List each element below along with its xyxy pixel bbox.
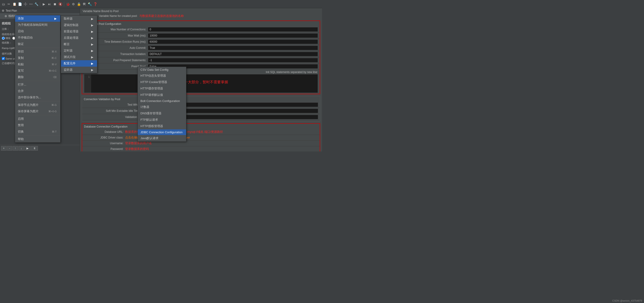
submenu-test-fragment-label: 测试片段: [64, 55, 76, 59]
menu-item-save-screen-label: 保存屏幕为图片: [18, 109, 38, 113]
submenu-bolt-connection[interactable]: Bolt Connection Configuration: [138, 98, 186, 104]
toolbar-icon-stop[interactable]: ⏹: [52, 1, 57, 6]
action-radio-continue[interactable]: 继续: [2, 36, 10, 40]
menu-item-paste[interactable]: 粘贴 ⌘-V: [15, 61, 60, 67]
menu-item-save-screen[interactable]: 保存屏幕为图片 ⌘+0-G: [15, 108, 60, 115]
toolbar-icon-run[interactable]: ▶: [41, 1, 46, 6]
toolbar-icon-remove[interactable]: ➖: [28, 1, 33, 6]
thread-group-icon: ⚙: [4, 14, 7, 18]
menu-item-open[interactable]: 打开...: [15, 81, 60, 88]
menu-item-delete-label: 删除: [18, 75, 24, 79]
menu-item-enable[interactable]: 启用: [15, 116, 60, 122]
pool-prepared-input[interactable]: [148, 58, 318, 62]
toolbar-icon-config[interactable]: ⚙: [71, 1, 76, 6]
toolbar-icon-cut[interactable]: ✂: [6, 1, 12, 6]
menu-item-add[interactable]: 添加 ▶: [15, 15, 60, 22]
submenu-timer[interactable]: 定时器 ▶: [61, 47, 97, 54]
submenu-java-defaults[interactable]: Java默认请求: [138, 135, 186, 141]
pool-max-wait-input[interactable]: [148, 33, 318, 38]
submenu-sampler[interactable]: 取样器 ▶: [61, 15, 97, 22]
menu-item-save-node[interactable]: 保存节点为图片 ⌘-G: [15, 102, 60, 108]
sql-content-area[interactable]: 这一大部分，暂时不需要掌握: [91, 74, 318, 93]
menu-item-disable[interactable]: 禁用: [15, 122, 60, 128]
submenu-ftp-defaults[interactable]: FTP默认请求: [138, 117, 186, 123]
pool-transaction-input[interactable]: [148, 52, 318, 56]
toolbar-icon-new[interactable]: 📄: [17, 1, 22, 6]
toolbar-icon-debug[interactable]: 🐞: [65, 1, 70, 6]
db-password-label: Password:: [84, 147, 125, 151]
submenu-http-cookie[interactable]: HTTP Cookie管理器: [138, 79, 186, 85]
pool-preinit-row: Preinit Pool:: [82, 63, 320, 70]
pause-button[interactable]: ⏸: [31, 146, 38, 151]
submenu-config-element-label: 配置元件: [64, 61, 76, 65]
toolbar-icon-runall[interactable]: ⏯: [47, 1, 52, 6]
toolbar-icon-tools[interactable]: 🛠: [82, 1, 87, 6]
toolbar-icon-folder[interactable]: 🗂: [1, 1, 6, 6]
submenu-http-auth[interactable]: HTTP授权管理器: [138, 123, 186, 129]
pool-config-section: Connection Pool Configuration Max Number…: [82, 20, 320, 94]
toolbar-icon-lock[interactable]: 🔒: [76, 1, 81, 6]
toolbar-icon-help[interactable]: ❓: [93, 1, 98, 6]
menu-item-delete[interactable]: 删除 ⌫: [15, 74, 60, 80]
validation-section: Connection Validation by Pool Test While…: [82, 96, 320, 121]
menu-item-disable-label: 禁用: [18, 123, 24, 127]
menu-item-toggle[interactable]: 切换 ⌘-T: [15, 128, 60, 135]
menu-item-merge[interactable]: 合并: [15, 88, 60, 94]
toolbar-icon-settings[interactable]: 🔧: [34, 1, 39, 6]
pool-max-connections-input[interactable]: [148, 27, 318, 32]
menu-item-save-node-shortcut: ⌘-G: [52, 104, 57, 107]
menu-item-duplicate[interactable]: 复写 ⌘+0-C: [15, 67, 60, 74]
submenu-assertion[interactable]: 断言 ▶: [61, 41, 97, 47]
db-config-section: Database Connection Configuration Databa…: [82, 123, 320, 151]
validation-evictable-row: Soft Min Evictable Idle Time(ms):: [82, 108, 320, 114]
submenu-http-defaults[interactable]: HTTP请求默认值: [138, 92, 186, 98]
toolbar-icon-copy[interactable]: 📋: [12, 1, 17, 6]
menu-item-copy-shortcut: ⌘-C: [52, 57, 57, 59]
right-panel: Variable Name Bound to Pool Variable Nam…: [80, 8, 322, 151]
submenu-listener[interactable]: 监听器 ▶: [61, 67, 97, 73]
remove-button[interactable]: -: [7, 146, 12, 151]
validation-title: Connection Validation by Pool: [82, 97, 320, 102]
menu-item-start[interactable]: 启动: [15, 28, 60, 34]
menu-item-save-node-label: 保存节点为图片: [18, 103, 38, 107]
menu-item-verify[interactable]: 验证: [15, 41, 60, 47]
submenu-dns-cache[interactable]: DNS缓存管理器: [138, 110, 186, 117]
run-button[interactable]: ▶: [24, 146, 30, 151]
move-up-button[interactable]: ↑: [12, 146, 18, 151]
submenu-config-element[interactable]: 配置元件 ▶: [61, 60, 97, 67]
pool-autocommit-input[interactable]: [148, 46, 318, 50]
submenu-csv-data-set[interactable]: CSV Data Set Config: [138, 67, 186, 72]
add-button[interactable]: +: [1, 146, 6, 151]
test-plan-item[interactable]: ⚙ Test Plan: [0, 8, 80, 13]
menu-item-cut[interactable]: 剪切 ⌘-X: [15, 48, 60, 55]
menu-item-save-selection[interactable]: 选中部分保存为...: [15, 94, 60, 101]
move-down-button[interactable]: ↓: [18, 146, 24, 151]
submenu-bolt-connection-label: Bolt Connection Configuration: [140, 99, 180, 103]
submenu-pre-processor[interactable]: 前置处理器 ▶: [61, 28, 97, 35]
toolbar-icon-search[interactable]: 🔦: [87, 1, 92, 6]
submenu-sampler-label: 取样器: [64, 17, 72, 21]
db-username-row: Username: 登录数据库的用户名: [82, 141, 320, 146]
menu-item-help[interactable]: 帮助: [15, 136, 60, 142]
submenu-timer-label: 定时器: [64, 49, 72, 53]
submenu-logic-controller[interactable]: 逻辑控制器 ▶: [61, 22, 97, 28]
submenu-http-cache-label: HTTP缓存管理器: [140, 86, 163, 91]
pool-eviction-input[interactable]: [148, 39, 318, 44]
submenu-jdbc-connection[interactable]: JDBC Connection Configuration: [138, 129, 186, 135]
toolbar-icon-mute[interactable]: 🔇: [58, 1, 63, 6]
menu-item-start-no-pause[interactable]: 不停顿启动: [15, 34, 60, 41]
submenu-http-cache[interactable]: HTTP缓存管理器: [138, 85, 186, 92]
menu-item-add-response-time[interactable]: 为子线程添加响应时间: [15, 22, 60, 28]
sql-line-1: 1: [86, 75, 90, 78]
submenu-test-fragment[interactable]: 测试片段 ▶: [61, 54, 97, 60]
submenu-post-processor[interactable]: 后置处理器 ▶: [61, 35, 97, 41]
toolbar-icon-add[interactable]: ➕: [23, 1, 28, 6]
submenu-http-header[interactable]: HTTP信息头管理器: [138, 72, 186, 79]
menu-item-duplicate-label: 复写: [18, 69, 24, 73]
submenu-config-element-items: CSV Data Set Config HTTP信息头管理器 HTTP Cook…: [138, 67, 186, 142]
sql-label: Init SQL statements separated by new lin…: [266, 70, 318, 74]
submenu-counter[interactable]: 计数器: [138, 104, 186, 110]
menu-item-add-label: 添加: [18, 16, 24, 20]
pool-config-title: Connection Pool Configuration: [82, 22, 320, 26]
menu-item-copy[interactable]: 复制 ⌘-C: [15, 55, 60, 61]
